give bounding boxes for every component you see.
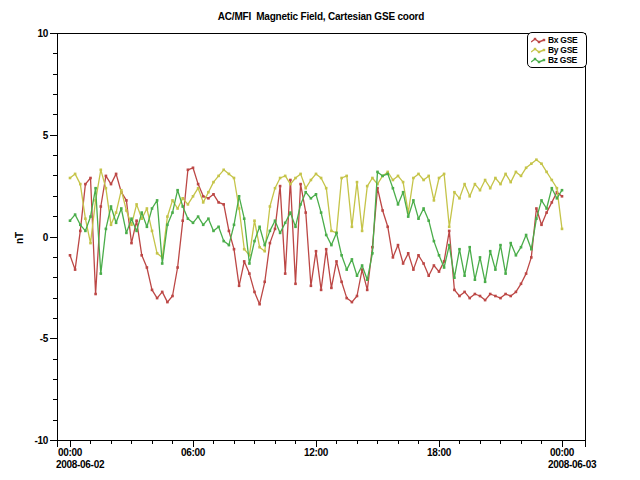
svg-text:2008-06-02: 2008-06-02 — [56, 459, 105, 470]
legend-label-bx: Bx GSE — [548, 35, 577, 45]
svg-text:0: 0 — [43, 232, 49, 243]
legend-item-bx: Bx GSE — [531, 35, 583, 45]
svg-text:00:00: 00:00 — [550, 447, 575, 458]
bz-line-sample-icon — [531, 56, 546, 65]
plot-frame — [57, 33, 585, 440]
svg-text:06:00: 06:00 — [181, 447, 206, 458]
legend: Bx GSE By GSE Bz GSE — [527, 32, 587, 68]
legend-label-by: By GSE — [548, 45, 577, 55]
y-axis: 1050-5-10 — [34, 28, 57, 446]
legend-item-by: By GSE — [531, 45, 583, 55]
svg-text:5: 5 — [43, 130, 49, 141]
by-line-sample-icon — [531, 46, 546, 55]
svg-text:18:00: 18:00 — [427, 447, 452, 458]
bx-line-sample-icon — [531, 36, 546, 45]
svg-text:2008-06-03: 2008-06-03 — [548, 459, 597, 470]
svg-text:-5: -5 — [40, 333, 49, 344]
legend-label-bz: Bz GSE — [548, 55, 577, 65]
legend-item-bz: Bz GSE — [531, 55, 583, 65]
x-axis: 00:002008-06-0206:0012:0018:0000:002008-… — [56, 440, 597, 470]
magnetic-field-chart: AC/MFI Magnetic Field, Cartesian GSE coo… — [0, 0, 640, 480]
svg-text:-10: -10 — [34, 435, 48, 446]
svg-text:12:00: 12:00 — [304, 447, 329, 458]
svg-text:00:00: 00:00 — [58, 447, 83, 458]
series-by-gse — [69, 158, 564, 258]
svg-text:10: 10 — [37, 28, 48, 39]
plot-svg: 00:002008-06-0206:0012:0018:0000:002008-… — [0, 0, 640, 480]
